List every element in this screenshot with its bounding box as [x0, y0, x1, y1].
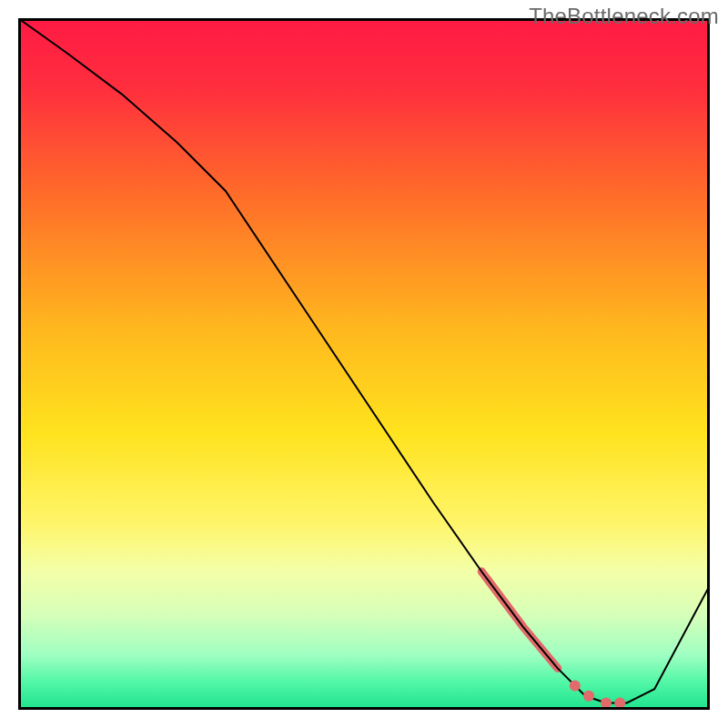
chart-stage: TheBottleneck.com	[0, 0, 728, 728]
svg-point-3	[614, 697, 625, 708]
curve-line	[18, 18, 710, 703]
svg-point-1	[583, 691, 594, 702]
chart-overlay	[18, 18, 710, 710]
svg-point-2	[601, 697, 612, 708]
watermark-text: TheBottleneck.com	[529, 4, 719, 29]
svg-point-0	[570, 680, 581, 691]
highlight-dots	[570, 680, 625, 708]
